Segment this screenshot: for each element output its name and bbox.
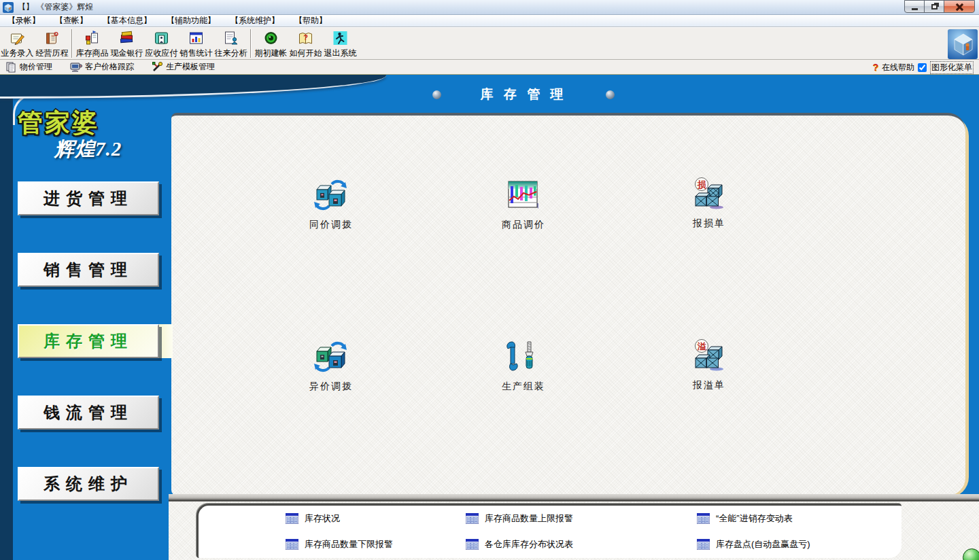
report-label: 各仓库库存分布状况表 [485,538,573,550]
report-allpower-change-table[interactable]: “全能”进销存变动表 [697,512,793,525]
production-assembly-icon [505,340,542,374]
goods-price-adjust-icon [505,178,542,212]
toolbar-label: 经营历程 [36,48,69,59]
loss-badge-char: 损 [697,179,707,190]
close-button[interactable] [944,0,975,13]
toolbar-business-history[interactable]: 经营历程 [35,28,69,59]
table-icon [286,513,298,524]
icon-goods-price-adjust[interactable]: 商品调价 [473,178,574,231]
toolbar-label: 期初建帐 [255,48,288,59]
restore-button[interactable] [924,0,944,13]
report-label: “全能”进销存变动表 [716,512,793,525]
business-entry-icon [9,30,26,46]
sidebar-item-inventory[interactable]: 库存管理 [18,324,159,358]
production-template-icon [152,61,163,73]
restore-icon [931,4,938,10]
toolbar-label: 如何开始 [290,48,322,59]
toolbar-price-management[interactable]: 物价管理 [5,61,52,73]
toolbar-cash-bank[interactable]: 现金银行 [109,28,144,59]
toolbar-exit-system[interactable]: 退出系统 [323,28,358,59]
left-navy-edge [0,75,13,560]
toolbar2-right: ? 在线帮助 图形化菜单 [872,60,974,75]
main-toolbar: 业务录入 经营历程 库存商品 [0,27,979,60]
receivable-payable-icon [153,30,170,46]
toolbar-separator [250,29,252,58]
horizontal-divider [169,494,979,502]
sphere-icon [606,90,615,99]
table-icon [697,513,710,524]
graphical-menu-checkbox[interactable] [918,63,927,72]
overflow-badge-char: 溢 [698,341,707,351]
table-icon [466,513,479,524]
icon-overflow-note[interactable]: 溢 报溢单 [658,338,760,391]
report-stocktake[interactable]: 库存盘点(自动盘赢盘亏) [697,538,810,551]
page-title: 库 存 管 理 [481,86,567,103]
report-label: 库存商品数量下限报警 [305,538,393,550]
app-cube-icon [3,2,14,13]
initial-setup-icon [262,30,279,46]
toolbar-business-entry[interactable]: 业务录入 [0,28,35,59]
menu-record[interactable]: 【录帐】 [0,15,48,27]
report-label: 库存状况 [305,512,340,525]
customer-price-tracking-icon [70,62,82,73]
icon-diff-price-transfer[interactable]: 异价调拨 [280,340,382,393]
menu-query[interactable]: 【查帐】 [48,15,95,27]
toolbar-label: 往来分析 [215,48,247,59]
app-window: 【】 《管家婆》辉煌 【录帐】 【查帐】 【基本信息】 【辅助功能】 【系统维护… [0,0,979,560]
toolbar-inventory-goods[interactable]: 库存商品 [75,28,109,59]
table-icon [466,539,479,550]
toolbar-sales-stats[interactable]: 销售统计 [179,28,213,59]
graphical-menu-label[interactable]: 图形化菜单 [930,61,974,74]
window-title: 【】 《管家婆》辉煌 [18,1,93,13]
report-lower-limit-alert[interactable]: 库存商品数量下限报警 [286,538,393,551]
toolbar2-label: 生产模板管理 [166,61,215,73]
toolbar-how-to-start[interactable]: ? 如何开始 [288,28,323,59]
icon-label: 商品调价 [473,219,574,231]
online-help-link[interactable]: 在线帮助 [882,62,914,73]
toolbar-contacts-analysis[interactable]: 往来分析 [213,28,248,59]
client-area: 管家婆 辉煌7.2 进货管理 销售管理 库存管理 钱流管理 系统维护 库 存 管… [0,75,979,560]
report-inventory-status[interactable]: 库存状况 [286,512,340,525]
cash-bank-icon [118,30,135,46]
toolbar-receivable-payable[interactable]: 应收应付 [144,28,179,59]
exit-system-icon [332,30,349,46]
sidebar-item-sales[interactable]: 销售管理 [18,253,159,287]
toolbar-label: 应收应付 [145,48,178,59]
corner-green-sphere[interactable] [963,548,979,560]
menu-system-maintenance[interactable]: 【系统维护】 [223,15,287,27]
report-label: 库存盘点(自动盘赢盘亏) [716,538,810,550]
contacts-analysis-icon [222,30,239,46]
icon-label: 报溢单 [658,379,760,391]
menu-basic-info[interactable]: 【基本信息】 [95,15,159,27]
how-to-start-icon: ? [297,30,314,46]
reports-panel: 库存状况 库存商品数量上限报警 [196,504,901,558]
table-icon [286,539,298,550]
brand-cube-logo [948,29,978,59]
sidebar-item-cashflow[interactable]: 钱流管理 [18,396,159,430]
icon-label: 报损单 [658,217,760,230]
menu-help[interactable]: 【帮助】 [287,15,334,27]
business-history-icon [44,30,61,46]
toolbar-customer-price-tracking[interactable]: 客户价格跟踪 [70,61,134,73]
toolbar2-label: 物价管理 [20,61,52,73]
report-warehouse-distribution[interactable]: 各仓库库存分布状况表 [466,538,573,551]
close-icon [955,3,963,11]
toolbar-initial-setup[interactable]: 期初建帐 [254,28,288,59]
sidebar-item-purchase[interactable]: 进货管理 [18,181,159,215]
menu-aux-functions[interactable]: 【辅助功能】 [159,15,223,27]
toolbar-production-template[interactable]: 生产模板管理 [152,61,215,73]
report-upper-limit-alert[interactable]: 库存商品数量上限报警 [466,512,573,525]
svg-text:?: ? [303,33,308,41]
icon-loss-note[interactable]: 损 报损单 [658,177,760,230]
minimize-icon [912,8,918,10]
icon-same-price-transfer[interactable]: 同价调拨 [280,178,382,231]
secondary-toolbar: 物价管理 客户价格跟踪 生产模板管理 ? 在线帮助 [0,60,979,75]
brand-logo-text: 管家婆 [18,106,99,140]
sidebar-item-system[interactable]: 系统维护 [18,467,159,501]
toolbar2-label: 客户价格跟踪 [85,61,134,73]
toolbar-label: 现金银行 [111,48,143,59]
icon-production-assembly[interactable]: 生产组装 [473,340,574,393]
minimize-button[interactable] [904,0,925,13]
brand-version-text: 辉煌7.2 [54,136,122,163]
price-management-icon [5,61,17,73]
